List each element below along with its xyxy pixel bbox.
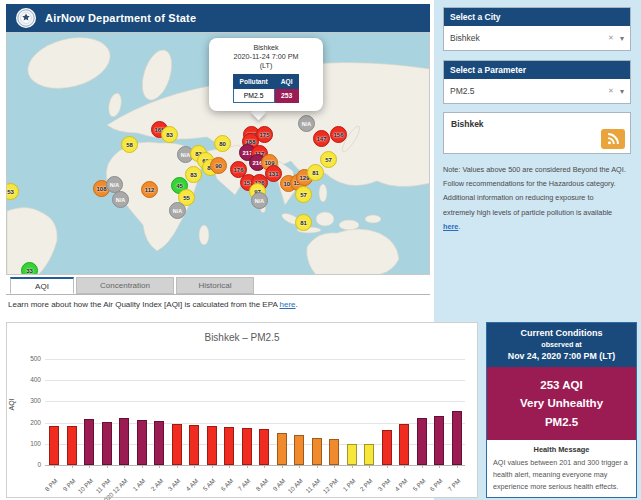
aqi-marker[interactable]: 81 <box>295 214 312 231</box>
gridline <box>45 465 465 466</box>
aqi-bar[interactable] <box>329 439 339 465</box>
aqi-bar[interactable] <box>67 426 77 465</box>
aqi-bar[interactable] <box>312 438 322 465</box>
city-select-value: Bishkek <box>444 33 604 43</box>
city-panel: Select a City Bishkek ✕ ▾ <box>443 7 631 51</box>
aqi-bar[interactable] <box>154 421 164 465</box>
aqi-marker[interactable]: 83 <box>185 166 202 183</box>
aqi-marker[interactable]: 80 <box>214 135 231 152</box>
parameter-select[interactable]: PM2.5 ✕ ▾ <box>444 79 630 103</box>
city-caret-icon[interactable]: ▾ <box>618 34 630 43</box>
aqi-bar[interactable] <box>259 429 269 465</box>
aqi-marker[interactable]: 57 <box>320 151 337 168</box>
gridline <box>45 401 465 402</box>
aqi-bar[interactable] <box>137 420 147 465</box>
tab-historical[interactable]: Historical <box>176 277 254 294</box>
aqi-marker[interactable]: N/A <box>169 202 186 219</box>
health-message-title: Health Message <box>493 445 630 454</box>
conditions-datetime: Nov 24, 2020 7:00 PM (LT) <box>489 351 634 361</box>
x-axis-tick <box>142 465 143 468</box>
aqi-bar[interactable] <box>242 428 252 465</box>
conditions-aqi-pollutant: PM2.5 <box>487 413 636 431</box>
aqi-marker[interactable]: 53 <box>6 183 19 200</box>
aqi-bar[interactable] <box>277 433 287 465</box>
aqi-marker[interactable]: 156 <box>330 126 347 143</box>
tab-aqi[interactable]: AQI <box>10 277 74 294</box>
x-axis-tick <box>159 465 160 468</box>
x-axis-tick <box>352 465 353 468</box>
aqi-bar[interactable] <box>364 444 374 465</box>
rss-icon <box>606 132 620 146</box>
x-axis-tick <box>439 465 440 468</box>
aqi-bar[interactable] <box>172 424 182 465</box>
rss-feed-button[interactable] <box>601 129 625 149</box>
conditions-aqi-value: 253 AQI <box>487 376 636 394</box>
note-suffix: . <box>458 222 460 231</box>
x-axis-tick <box>72 465 73 468</box>
popup-col-aqi: AQI <box>274 75 299 89</box>
aqi-marker[interactable]: 147 <box>313 130 330 147</box>
popup-pollutant-value: PM2.5 <box>233 89 274 103</box>
map-popup: Bishkek 2020-11-24 7:00 PM (LT) Pollutan… <box>209 38 323 111</box>
x-axis-tick <box>299 465 300 468</box>
gridline <box>45 380 465 381</box>
x-axis-tick <box>282 465 283 468</box>
parameter-caret-icon[interactable]: ▾ <box>618 87 630 96</box>
current-conditions-header: Current Conditions observed at Nov 24, 2… <box>487 323 636 367</box>
aqi-bar[interactable] <box>417 418 427 465</box>
tab-concentration[interactable]: Concentration <box>76 277 174 294</box>
aqi-marker[interactable]: 112 <box>141 181 158 198</box>
aqi-marker[interactable]: 81 <box>307 164 324 181</box>
aqi-bar[interactable] <box>84 419 94 465</box>
aqi-bar[interactable] <box>207 426 217 465</box>
popup-timezone: (LT) <box>213 61 319 70</box>
aqi-bar[interactable] <box>347 444 357 465</box>
app-header: AirNow Department of State <box>6 4 430 32</box>
y-axis-tick: 200 <box>13 419 41 426</box>
gridline <box>45 359 465 360</box>
conditions-observed-label: observed at <box>489 340 634 349</box>
x-axis-tick <box>334 465 335 468</box>
x-axis-tick <box>457 465 458 468</box>
x-axis-tick <box>404 465 405 468</box>
learn-more-here-link[interactable]: here <box>280 300 296 309</box>
popup-aqi-value: 253 <box>274 89 299 103</box>
aqi-bar[interactable] <box>224 427 234 465</box>
x-axis-tick <box>194 465 195 468</box>
aqi-marker[interactable]: 58 <box>121 136 138 153</box>
popup-city: Bishkek <box>213 43 319 52</box>
note-here-link[interactable]: here <box>443 222 458 231</box>
x-axis-tick <box>89 465 90 468</box>
parameter-clear-icon[interactable]: ✕ <box>604 87 618 95</box>
aqi-bar[interactable] <box>119 418 129 465</box>
aqi-bar[interactable] <box>189 425 199 465</box>
aqi-marker[interactable]: 57 <box>295 186 312 203</box>
tab-bar: AQIConcentrationHistorical <box>6 277 430 295</box>
note-body: Note: Values above 500 are considered Be… <box>443 165 626 217</box>
aqi-marker[interactable]: N/A <box>112 191 129 208</box>
popup-datetime: 2020-11-24 7:00 PM <box>213 52 319 61</box>
x-axis-tick <box>264 465 265 468</box>
city-select[interactable]: Bishkek ✕ ▾ <box>444 26 630 50</box>
aqi-marker[interactable]: 33 <box>21 262 38 275</box>
aqi-bar[interactable] <box>452 411 462 465</box>
aqi-marker[interactable]: 83 <box>161 126 178 143</box>
aqi-marker[interactable]: N/A <box>298 115 315 132</box>
aqi-bar[interactable] <box>294 435 304 465</box>
chart-title: Bishkek – PM2.5 <box>7 332 477 343</box>
aqi-bar[interactable] <box>102 422 112 465</box>
aqi-bar[interactable] <box>399 424 409 465</box>
aqi-bar[interactable] <box>382 430 392 465</box>
current-conditions-card: Current Conditions observed at Nov 24, 2… <box>486 322 637 498</box>
aqi-marker[interactable]: 90 <box>210 157 227 174</box>
aqi-bar[interactable] <box>49 426 59 465</box>
aqi-marker[interactable]: N/A <box>251 192 268 209</box>
world-map[interactable]: 581658380N/A83618390831124555N/A108N/AN/… <box>6 32 430 275</box>
city-clear-icon[interactable]: ✕ <box>604 34 618 42</box>
feed-panel: Bishkek <box>443 112 631 154</box>
x-axis-tick <box>212 465 213 468</box>
aqi-bar[interactable] <box>434 416 444 465</box>
y-axis-tick: 300 <box>13 397 41 404</box>
aqi-marker[interactable]: 131 <box>265 165 282 182</box>
app-title: AirNow Department of State <box>45 12 196 24</box>
